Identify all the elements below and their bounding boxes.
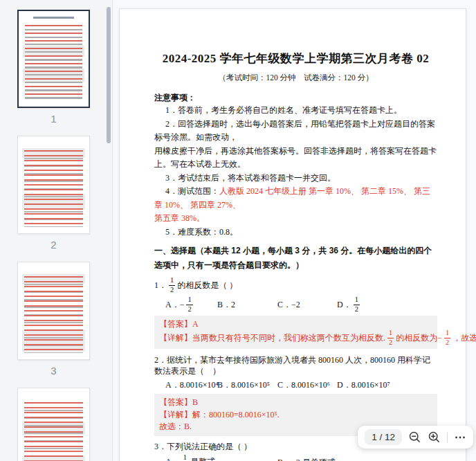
toolbar-divider <box>447 433 448 442</box>
notice-scope-label: 4．测试范围： <box>165 186 219 196</box>
question-3-options-row-1: A．1x是整式 B．−3 是单项式 <box>154 453 437 461</box>
option-a: A．8.0016×10⁴ <box>165 379 219 390</box>
notice-line: 第五章 38%。 <box>154 212 437 226</box>
question-2-stem: 2．据统计，某市去年接待国际旅游入境者共 800160 人次，800160 用科… <box>154 354 437 377</box>
notice-line: 1．答卷前，考生务必将自己的姓名、准考证号填写在答题卡上。 <box>154 104 437 118</box>
zoom-out-button[interactable] <box>408 431 421 444</box>
page-thumbnail-2[interactable] <box>17 136 90 234</box>
thumbnail-text-lines <box>24 150 83 227</box>
more-icon <box>454 431 466 444</box>
thumbnail-page-number: 1 <box>17 113 90 125</box>
option-a: A．1x是整式 <box>165 454 215 461</box>
thumbnail-item-2: 2 <box>17 136 112 251</box>
option-a: A．−12 <box>165 296 195 313</box>
question-1-options: A．−12 B．2 C．−2 D．12 <box>154 295 437 314</box>
fraction: 1x <box>182 454 188 461</box>
thumbnail-page-number: 2 <box>17 239 90 251</box>
notice-line: 5．难度系数：0.8。 <box>154 226 437 239</box>
notice-line: 4．测试范围：人教版 2024 七年级上册 第一章 10%、 第二章 15%、 … <box>154 185 437 212</box>
option-c: C．8.0016×10⁶ <box>277 379 330 390</box>
thumbnail-text-lines <box>24 402 83 461</box>
answer-line: 【答案】A <box>159 318 432 329</box>
exam-title: 2024-2025 学年七年级数学上学期第三次月考卷 02 <box>154 51 437 66</box>
notice-list: 1．答卷前，考生务必将自己的姓名、准考证号填写在答题卡上。 2．回答选择题时，选… <box>154 104 437 239</box>
option-d: D．8.0016×10⁷ <box>337 379 390 390</box>
notice-line: 3．考试结束后，将本试卷和答题卡一并交回。 <box>154 172 437 186</box>
fraction: 12 <box>387 329 394 346</box>
section-heading: 一、选择题（本题共 12 小题，每小题 3 分，共 36 分。在每小题给出的四个… <box>154 244 437 273</box>
explanation-line: 【详解】当两数只有符号不同时，我们称这两个数互为相反数. 12 的相反数为− 1… <box>159 329 432 346</box>
fraction: 12 <box>186 296 192 313</box>
question-1-stem: 1． 12 的相反数是（ ） <box>154 275 437 295</box>
fraction: 12 <box>169 277 175 293</box>
option-b: B．−3 是单项式 <box>277 456 336 461</box>
notice-heading: 注意事项： <box>154 92 437 104</box>
option-b: B．8.0016×10⁵ <box>217 379 270 390</box>
thumbnail-list: 1 2 3 4 <box>0 0 112 461</box>
page-thumbnail-3[interactable] <box>17 262 90 360</box>
page-thumbnail-4[interactable] <box>17 388 90 461</box>
zoom-out-icon <box>408 431 421 444</box>
thumbnail-title-line <box>33 17 74 19</box>
answer-line: 【答案】B <box>159 397 432 409</box>
sidebar-scrollbar-thumb[interactable] <box>107 7 111 143</box>
question-text: 的相反数是（ ） <box>177 280 237 291</box>
more-button[interactable] <box>454 431 466 444</box>
option-b: B．2 <box>217 299 235 311</box>
thumbnail-sidebar: 1 2 3 4 <box>0 0 113 461</box>
question-number: 1． <box>154 280 167 291</box>
thumbnail-item-1: 1 <box>17 10 112 125</box>
notice-line: 用橡皮擦干净后，再选涂其他答案标号。回答非选择题时，将答案写在答题卡上。写在本试… <box>154 145 437 172</box>
question-1-answer-block: 【答案】A 【详解】当两数只有符号不同时，我们称这两个数互为相反数. 12 的相… <box>154 316 437 349</box>
thumbnail-item-4: 4 <box>17 388 112 461</box>
zoom-in-icon <box>428 431 441 444</box>
option-c: C．−2 <box>277 299 300 311</box>
viewer-toolbar: 1 / 12 <box>358 426 473 449</box>
thumbnail-text-lines <box>25 25 82 100</box>
fraction: 12 <box>444 329 450 346</box>
document-page-1: 2024-2025 学年七年级数学上学期第三次月考卷 02 （考试时间：120 … <box>119 8 466 461</box>
page-thumbnail-1[interactable] <box>17 10 90 108</box>
document-viewport[interactable]: 2024-2025 学年七年级数学上学期第三次月考卷 02 （考试时间：120 … <box>113 0 476 461</box>
explanation-line: 【详解】解：800160=8.0016×10⁵. <box>159 409 432 422</box>
page-indicator[interactable]: 1 / 12 <box>365 429 402 445</box>
exam-subtitle: （考试时间：120 分钟 试卷满分：120 分） <box>154 73 437 83</box>
zoom-in-button[interactable] <box>428 431 441 444</box>
question-2-options: A．8.0016×10⁴ B．8.0016×10⁵ C．8.0016×10⁶ D… <box>154 379 437 390</box>
option-d: D．12 <box>337 296 362 313</box>
notice-line: 2．回答选择题时，选出每小题答案后，用铅笔把答题卡上对应题目的答案标号涂黑。如需… <box>154 118 437 145</box>
fraction: 12 <box>354 296 360 313</box>
thumbnail-page-number: 3 <box>17 365 90 377</box>
thumbnail-item-3: 3 <box>17 262 112 377</box>
thumbnail-text-lines <box>24 276 83 353</box>
